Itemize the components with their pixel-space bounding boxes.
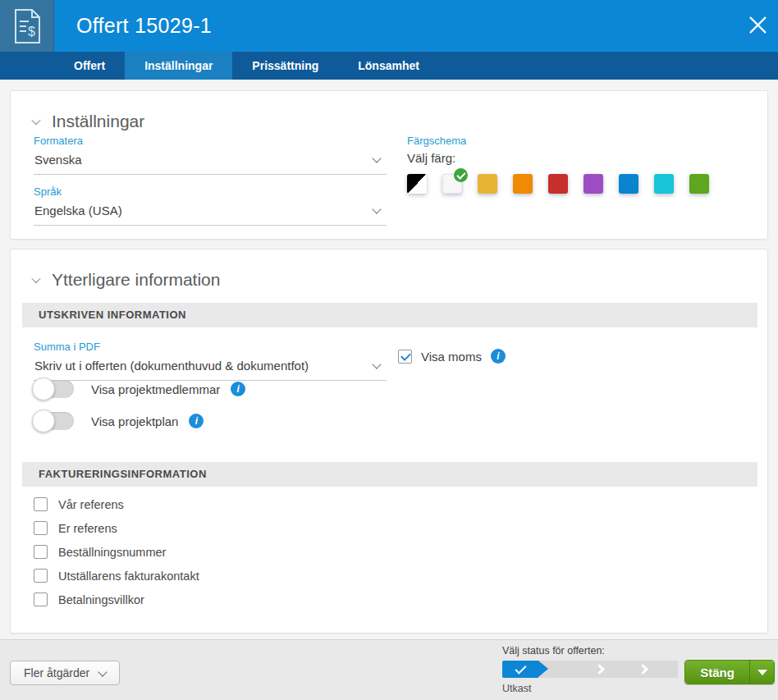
- color-swatch[interactable]: [584, 174, 603, 194]
- summa-pdf-select[interactable]: Skriv ut i offerten (dokumenthuvud & dok…: [34, 357, 387, 381]
- chevron-down-icon: [372, 359, 381, 368]
- checkbox-label: Utställarens fakturakontakt: [58, 570, 199, 583]
- visa-projektmedlemmar-label: Visa projektmedlemmar: [91, 382, 220, 396]
- additional-section-header[interactable]: Ytterligare information: [33, 270, 220, 290]
- stang-button[interactable]: Stäng: [685, 661, 749, 684]
- visa-projektmedlemmar-toggle[interactable]: [34, 380, 74, 398]
- visa-moms-label: Visa moms: [421, 350, 482, 364]
- dialog-header: $ Offert 15029-1: [0, 0, 778, 52]
- sprak-field: Språk Engelska (USA): [34, 185, 387, 226]
- checkbox-label: Betalningsvillkor: [58, 593, 144, 606]
- visa-moms-row: Visa moms i: [398, 349, 506, 364]
- settings-panel: Inställningar Formatera Svenska Språk En…: [10, 90, 768, 240]
- tab-prissattning[interactable]: Prissättning: [232, 52, 338, 80]
- status-chevron-icon[interactable]: [638, 664, 648, 675]
- settings-form: Formatera Svenska Språk Engelska (USA): [34, 135, 387, 226]
- dialog-footer: Fler åtgärder Välj status för offerten: …: [0, 639, 778, 700]
- projektplan-row: Visa projektplan i: [34, 412, 204, 430]
- tab-lonsamhet[interactable]: Lönsamhet: [338, 52, 439, 80]
- color-swatch[interactable]: [689, 174, 709, 194]
- stang-dropdown-button[interactable]: [749, 661, 774, 684]
- status-arrow-icon: [538, 661, 548, 677]
- formatera-field: Formatera Svenska: [34, 135, 387, 175]
- chevron-down-icon: [98, 667, 107, 676]
- checkbox-row: Vår referens: [34, 497, 124, 511]
- additional-info-panel: Ytterligare information UTSKRIVEN INFORM…: [10, 249, 768, 634]
- visa-projektplan-toggle[interactable]: [34, 412, 74, 430]
- checkbox-label: Beställningsnummer: [58, 546, 166, 559]
- status-step-utkast-done[interactable]: [502, 661, 538, 678]
- sprak-value: Engelska (USA): [34, 204, 122, 217]
- formatera-select[interactable]: Svenska: [34, 151, 387, 175]
- offert-dialog: $ Offert 15029-1 Offert Inställningar Pr…: [0, 0, 778, 700]
- collapse-chevron-icon: [31, 274, 40, 283]
- more-actions-label: Fler åtgärder: [24, 666, 89, 679]
- color-swatch[interactable]: [654, 174, 674, 194]
- color-swatch[interactable]: [442, 174, 462, 194]
- fargschema-label: Färgschema: [407, 135, 709, 147]
- status-selector: Välj status för offerten: Utkast: [502, 645, 678, 694]
- close-icon[interactable]: [745, 13, 770, 36]
- color-swatch[interactable]: [548, 174, 568, 194]
- more-actions-button[interactable]: Fler åtgärder: [10, 661, 120, 685]
- chevron-down-icon: [372, 204, 381, 213]
- section-title: Ytterligare information: [52, 270, 220, 290]
- offert-document-icon: $: [0, 0, 54, 52]
- formatera-value: Svenska: [34, 153, 82, 167]
- selected-check-icon: [454, 168, 468, 182]
- stang-split-button: Stäng: [684, 660, 775, 684]
- color-scheme-group: Färgschema Välj färg:: [407, 135, 709, 194]
- document-dollar-icon: $: [12, 8, 42, 44]
- tab-bar: Offert Inställningar Prissättning Lönsam…: [0, 52, 778, 80]
- checkbox-label: Er referens: [58, 522, 117, 535]
- tab-offert[interactable]: Offert: [54, 52, 125, 80]
- chevron-down-icon: [372, 153, 381, 162]
- summa-pdf-label: Summa i PDF: [34, 341, 387, 353]
- section-title: Inställningar: [52, 112, 144, 131]
- summa-pdf-field: Summa i PDF Skriv ut i offerten (dokumen…: [34, 341, 387, 381]
- visa-projektplan-label: Visa projektplan: [91, 414, 178, 428]
- color-swatch-row: [407, 174, 709, 194]
- checkbox-label: Vår referens: [58, 498, 124, 511]
- bestallningsnummer-checkbox[interactable]: [34, 545, 48, 559]
- var-referens-checkbox[interactable]: [34, 497, 48, 511]
- settings-section-header[interactable]: Inställningar: [33, 112, 144, 131]
- status-label: Välj status för offerten:: [502, 645, 678, 657]
- color-swatch[interactable]: [513, 174, 533, 194]
- color-swatch[interactable]: [407, 174, 427, 194]
- visa-moms-checkbox[interactable]: [398, 350, 412, 364]
- summa-pdf-value: Skriv ut i offerten (dokumenthuvud & dok…: [34, 359, 309, 373]
- svg-text:$: $: [28, 25, 35, 39]
- color-swatch[interactable]: [478, 174, 497, 194]
- color-swatch[interactable]: [619, 174, 638, 194]
- er-referens-checkbox[interactable]: [34, 521, 48, 535]
- tab-installningar[interactable]: Inställningar: [125, 52, 232, 80]
- page-title: Offert 15029-1: [76, 0, 212, 52]
- status-chevron-icon[interactable]: [594, 664, 605, 675]
- betalningsvillkor-checkbox[interactable]: [34, 592, 48, 606]
- info-icon[interactable]: i: [491, 349, 506, 364]
- printed-info-header: UTSKRIVEN INFORMATION: [22, 303, 757, 327]
- info-icon[interactable]: i: [189, 414, 204, 428]
- info-icon[interactable]: i: [231, 382, 245, 396]
- formatera-label: Formatera: [34, 135, 387, 147]
- collapse-chevron-icon: [31, 116, 40, 125]
- checkbox-row: Er referens: [34, 521, 117, 535]
- valj-farg-label: Välj färg:: [407, 151, 709, 165]
- status-current-value: Utkast: [502, 683, 678, 694]
- sprak-select[interactable]: Engelska (USA): [34, 202, 387, 226]
- triangle-down-icon: [757, 670, 767, 675]
- billing-info-header: FAKTURERINGSINFORMATION: [22, 462, 757, 487]
- status-progress-bar[interactable]: [502, 661, 678, 678]
- toggle-knob: [32, 377, 55, 400]
- checkbox-row: Utställarens fakturakontakt: [34, 569, 199, 583]
- toggle-knob: [32, 409, 55, 432]
- sprak-label: Språk: [34, 185, 387, 198]
- utstallarens-fakturakontakt-checkbox[interactable]: [34, 569, 48, 583]
- projektmedlemmar-row: Visa projektmedlemmar i: [34, 380, 245, 398]
- checkbox-row: Beställningsnummer: [34, 545, 166, 559]
- checkbox-row: Betalningsvillkor: [34, 592, 144, 606]
